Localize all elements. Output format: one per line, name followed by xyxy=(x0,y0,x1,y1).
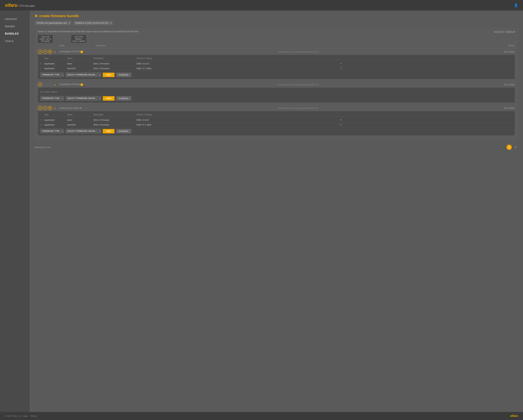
user-icon[interactable]: 👤 xyxy=(514,3,518,7)
footer: © 2017 Vifaru, Inc. Legal Privacy vifaru xyxy=(0,412,523,420)
row-2-name: dram234 xyxy=(67,67,94,70)
bundle-1-warning-icon: ! xyxy=(80,51,83,53)
row-2-desc: BSX-1 Firmware xyxy=(94,67,136,70)
row-3-name: dram xyxy=(67,119,94,121)
bundle-3-cancel-btn[interactable]: CANCEL xyxy=(116,129,131,133)
bundle-1-copy-btn[interactable]: ⇄ xyxy=(38,49,42,54)
partner-device-id: Partner ID: 8ca8249e-57c6-42d4-8b07-9137… xyxy=(38,31,138,33)
bundle-1-delete-btn[interactable]: 🗑 xyxy=(48,49,52,54)
drag-handle-2[interactable]: ≡ xyxy=(40,67,44,70)
tooltip-row: cannot edit bundle – part of OTA update … xyxy=(38,35,515,43)
bundle-1-actions: ⇄ ✏ 🗑 xyxy=(38,49,54,54)
th3-description: Description xyxy=(94,113,136,116)
row-3-type: Application xyxy=(44,119,67,121)
bundle-1-header-row: ⇄ ✏ 🗑 ▸ Scheduled OTA Test! A bundle set… xyxy=(38,49,515,54)
bundle-3-version: 01.01.0001 xyxy=(495,107,515,109)
row-2-remove-btn[interactable]: × xyxy=(169,67,513,70)
bundle-2-name: Scheduled OTA Test! xyxy=(59,83,277,86)
bundle-1-edit-btn[interactable]: ✏ xyxy=(43,49,47,54)
bundle-1-fw-image-select[interactable]: SELECT FIRMWARE IMAGE... xyxy=(65,73,101,77)
sidebar-item-updates[interactable]: UPDATES xyxy=(0,16,30,23)
row-4-type: Application xyxy=(44,123,67,126)
bundle-3-fw-image-select[interactable]: SELECT FIRMWARE IMAGE... xyxy=(65,129,101,133)
logo-vifaru: vifaru xyxy=(5,3,17,8)
logo-subtitle: OTA Manager xyxy=(19,4,35,8)
bundle-2-fw-type-select[interactable]: FIRMWARE TYPE xyxy=(40,96,64,101)
bundle-3-add-row: FIRMWARE TYPE SELECT FIRMWARE IMAGE... A… xyxy=(40,129,513,133)
bundle-3-table-header: Type Name Description Version # / String xyxy=(40,113,513,117)
bundle-2-fw-image-select[interactable]: SELECT FIRMWARE IMAGE... xyxy=(65,96,101,101)
bundle-1-fw-type-select[interactable]: FIRMWARE TYPE xyxy=(40,73,64,77)
bundle-1-name: Scheduled OTA Test! xyxy=(59,50,277,53)
page-title-row: ⊕ create firmware bundle xyxy=(35,14,518,18)
bundle-1-description: A bundle set up for testing a scheduled … xyxy=(277,51,495,53)
bundle-3-fw-type-select[interactable]: FIRMWARE TYPE xyxy=(40,129,64,133)
create-icon: ⊕ xyxy=(35,14,38,18)
bundle-3-expand-icon[interactable]: ▸ xyxy=(54,106,59,110)
bundle-2-add-btn[interactable]: ADD xyxy=(103,96,114,101)
drag-handle-4[interactable]: ≡ xyxy=(40,123,44,126)
bundle-2-expand-icon[interactable]: ▸ xyxy=(54,83,59,86)
info-row: Partner ID: 8ca8249e-57c6-42d4-8b07-9137… xyxy=(38,31,515,33)
page-btn-2[interactable]: 2 xyxy=(513,145,518,150)
row-2-type: Application xyxy=(44,67,67,70)
bundle-1-cancel-btn[interactable]: CANCEL xyxy=(116,73,131,77)
sidebar: UPDATES IMAGES BUNDLES TOOLS xyxy=(0,10,30,412)
device-filter-wrapper: VIFARU.AO (patrick@vifaru.ao) xyxy=(35,21,71,25)
table-row: ≡ Application dram234 BSX-1 Firmware 539… xyxy=(40,66,513,71)
version-filter[interactable]: RAMULD 2 (2017-03-20 16:52:24) xyxy=(73,21,113,25)
header: vifaru OTA Manager 👤 xyxy=(0,0,523,10)
bundle-2-copy-btn[interactable]: ⇄ xyxy=(38,82,42,87)
bundle-2-header-row: ⇄ ✏ 🗑 ▸ Scheduled OTA Test! A bundle set… xyxy=(38,82,515,87)
sidebar-item-images[interactable]: IMAGES xyxy=(0,23,30,30)
th3-version-string: Version # / String xyxy=(136,113,169,116)
bundle-3-copy-btn[interactable]: ⇄ xyxy=(38,106,42,110)
row-4-name: dram234 xyxy=(67,123,94,126)
expand-collapse-links: expand all / collapse all xyxy=(494,31,515,33)
filter-bar: VIFARU.AO (patrick@vifaru.ao) RAMULD 2 (… xyxy=(35,21,518,25)
bundle-3-delete-btn[interactable]: 🗑 xyxy=(48,106,52,110)
row-4-remove-btn[interactable]: × xyxy=(169,123,513,126)
footer-logo: vifaru xyxy=(510,414,518,418)
bundle-2-delete-btn[interactable]: 🗑 xyxy=(48,82,52,87)
sidebar-item-bundles[interactable]: BUNDLES xyxy=(0,30,30,38)
bundle-1-table-header: Type Name Description Version # / String xyxy=(40,57,513,60)
pagination-row: Showing 1-3 of 5 1 2 xyxy=(35,144,518,151)
bundle-3-add-btn[interactable]: ADD xyxy=(103,129,114,133)
bundle-3-edit-btn[interactable]: ✏ xyxy=(43,106,47,110)
device-filter[interactable]: VIFARU.AO (patrick@vifaru.ao) xyxy=(35,21,71,25)
bundle-list-headers: Name Description Version xyxy=(38,44,515,48)
cannot-edit-tooltip: cannot edit bundle – part of OTA update xyxy=(38,35,53,43)
row-4-desc: BSX-1 Firmware xyxy=(94,123,136,126)
showing-text: Showing 1-3 of 5 xyxy=(35,146,51,149)
th3-type: Type xyxy=(44,113,67,116)
bundle-1-expand-icon[interactable]: ▸ xyxy=(54,50,59,53)
page-title: create firmware bundle xyxy=(39,14,79,18)
bundle-3-table: Type Name Description Version # / String… xyxy=(38,111,515,135)
bundle-3-name: Lorem ipsum Dolor sit xyxy=(59,107,277,109)
bundle-2-cancel-btn[interactable]: CANCEL xyxy=(116,96,131,101)
page-btn-1[interactable]: 1 xyxy=(507,145,512,150)
th3-name: Name xyxy=(67,113,94,116)
footer-privacy-link[interactable]: Privacy xyxy=(30,415,37,417)
collapse-all-link[interactable]: collapse all xyxy=(505,31,515,33)
footer-copyright: © 2017 Vifaru, Inc. xyxy=(5,415,21,417)
th-type: Type xyxy=(44,57,67,59)
row-1-remove-btn[interactable]: × xyxy=(169,62,513,65)
drag-handle-3[interactable]: ≡ xyxy=(40,118,44,121)
bundle-1-add-btn[interactable]: ADD xyxy=(103,73,114,77)
bundle-2-edit-btn[interactable]: ✏ xyxy=(43,82,47,87)
row-1-type: Application xyxy=(44,62,67,65)
bundle-item-1: ⇄ ✏ 🗑 ▸ Scheduled OTA Test! A bundle set… xyxy=(38,49,515,79)
bundle-1-fw-type-wrapper: FIRMWARE TYPE xyxy=(40,73,64,77)
col-version: Version xyxy=(495,44,515,47)
expand-all-link[interactable]: expand all xyxy=(494,31,503,33)
th-version-string: Version # / String xyxy=(136,57,169,59)
th-description: Description xyxy=(94,57,136,59)
bundle-item-3: ⇄ ✏ 🗑 ▸ Lorem ipsum Dolor sit A bundle s… xyxy=(38,106,515,135)
sidebar-item-tools[interactable]: TOOLS xyxy=(0,38,30,45)
row-1-version: 5395 / 0.9.24 xyxy=(136,62,169,65)
footer-legal-link[interactable]: Legal xyxy=(23,415,28,417)
row-3-remove-btn[interactable]: × xyxy=(169,118,513,121)
drag-handle-1[interactable]: ≡ xyxy=(40,62,44,65)
